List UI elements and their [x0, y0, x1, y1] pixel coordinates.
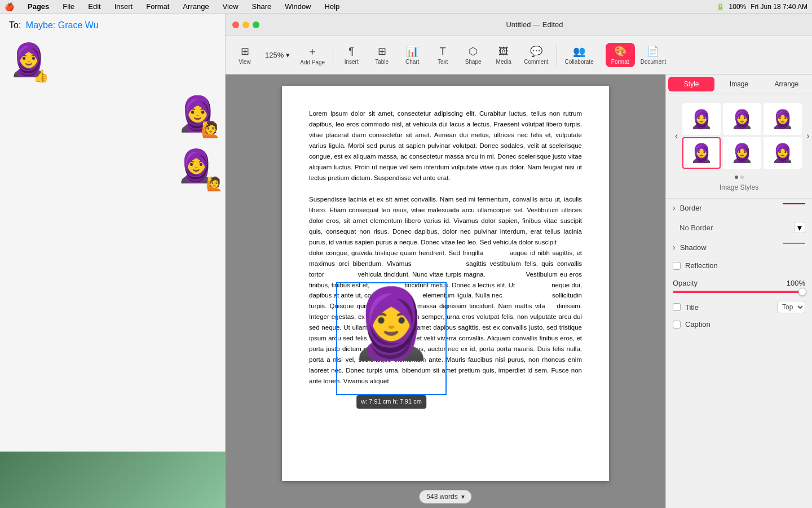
border-row: › Border — [666, 199, 812, 217]
tab-arrange[interactable]: Arrange — [764, 77, 810, 91]
caption-label: Caption — [685, 320, 805, 329]
tab-style[interactable]: Style — [668, 77, 714, 91]
battery-percent: 100% — [729, 3, 747, 11]
menu-format[interactable]: Format — [144, 2, 171, 11]
style-emoji-2: 🧕 — [731, 108, 753, 130]
menubar-right: 🔋 100% Fri Jun 18 7:40 AM — [716, 3, 807, 11]
shape-icon: ⬡ — [469, 45, 478, 58]
style-emoji-5: 🧕 — [731, 142, 753, 164]
format-button[interactable]: 🎨 Format — [606, 43, 635, 67]
list-item[interactable]: 🧕 🙋 — [5, 146, 220, 194]
style-thumb-6[interactable]: 🧕 — [764, 137, 802, 169]
view-icon: ⊞ — [241, 45, 249, 58]
opacity-row: Opacity 100% — [666, 274, 812, 297]
styles-next-icon[interactable]: › — [806, 131, 809, 141]
content-area: Lorem ipsum dolor sit amet, consectetur … — [226, 75, 812, 508]
shadow-row: › Shadow — [666, 238, 812, 257]
caption-checkbox[interactable] — [673, 321, 681, 329]
document-button[interactable]: 📄 Document — [636, 43, 671, 67]
to-label: To: — [9, 20, 21, 30]
reflection-label: Reflection — [685, 261, 718, 270]
list-item[interactable]: 🧕 🙋 — [5, 93, 220, 141]
opacity-slider-container — [673, 291, 805, 293]
dropdown-icon: ▾ — [797, 222, 802, 233]
toolbar-separator — [333, 44, 333, 67]
menu-edit[interactable]: Edit — [86, 2, 103, 11]
wave-emoji: 🙋 — [201, 120, 220, 139]
zoom-control[interactable]: 125% ▾ — [261, 49, 294, 62]
text-label: Text — [438, 59, 448, 65]
border-chevron-icon: › — [673, 203, 676, 212]
chart-icon: 📊 — [406, 45, 418, 58]
close-button[interactable] — [232, 21, 239, 28]
tab-image[interactable]: Image — [716, 77, 762, 91]
document-emoji: 🧕 — [337, 289, 445, 357]
reflection-checkbox[interactable] — [673, 262, 681, 270]
menu-file[interactable]: File — [60, 2, 77, 11]
word-count-chevron-icon: ▾ — [461, 493, 465, 501]
pages-window: Untitled — Edited ⊞ View 125% ▾ ＋ Add Pa… — [226, 14, 812, 508]
comment-button[interactable]: 💬 Comment — [519, 43, 553, 67]
insert-button[interactable]: ¶ Insert — [337, 43, 366, 67]
panel-tabs: Style Image Arrange — [666, 75, 812, 94]
opacity-track — [673, 291, 805, 293]
menu-help[interactable]: Help — [323, 2, 342, 11]
style-thumb-2[interactable]: 🧕 — [723, 103, 761, 135]
shape-label: Shape — [465, 59, 482, 65]
title-checkbox[interactable] — [673, 303, 681, 311]
image-styles-section: ‹ 🧕 🧕 🧕 🧕 — [666, 94, 812, 199]
document-area[interactable]: Lorem ipsum dolor sit amet, consectetur … — [226, 75, 665, 508]
wave-emoji-2: 🙋 — [206, 176, 223, 192]
word-count-bar[interactable]: 543 words ▾ — [419, 490, 471, 503]
battery-icon: 🔋 — [716, 3, 725, 11]
view-button[interactable]: ⊞ View — [230, 43, 259, 67]
table-button[interactable]: ⊞ Table — [367, 43, 396, 67]
style-thumb-4[interactable]: 🧕 — [682, 137, 721, 169]
desktop-wallpaper — [0, 452, 226, 508]
menubar: 🍎 Pages File Edit Insert Format Arrange … — [0, 0, 812, 14]
style-thumb-1[interactable]: 🧕 — [682, 103, 721, 135]
media-label: Media — [496, 59, 511, 65]
fullscreen-button[interactable] — [253, 21, 259, 28]
apple-menu[interactable]: 🍎 — [5, 2, 14, 11]
menu-insert[interactable]: Insert — [112, 2, 135, 11]
style-thumb-5[interactable]: 🧕 — [723, 137, 761, 169]
format-label: Format — [611, 59, 629, 65]
add-page-button[interactable]: ＋ Add Page — [295, 42, 329, 68]
style-dots — [670, 173, 807, 181]
image-styles-nav: ‹ 🧕 🧕 🧕 🧕 — [670, 99, 807, 173]
style-thumb-3[interactable]: 🧕 — [764, 103, 802, 135]
insert-label: Insert — [345, 59, 359, 65]
image-overlay[interactable]: 🧕 w: 7.91 cm h: 7.91 cm — [336, 282, 447, 395]
menu-window[interactable]: Window — [283, 2, 313, 11]
thumbs-up-emoji: 👍 — [33, 69, 48, 84]
collaborate-button[interactable]: 👥 Collaborate — [561, 43, 598, 67]
menu-share[interactable]: Share — [250, 2, 274, 11]
border-dropdown[interactable]: ▾ — [794, 222, 805, 233]
title-position-select[interactable]: Top — [777, 301, 805, 313]
list-item[interactable]: 🧕 👍 — [5, 40, 220, 88]
minimize-button[interactable] — [242, 21, 249, 28]
style-dot-1 — [735, 176, 738, 179]
title-label: Title — [685, 303, 773, 312]
chart-button[interactable]: 📊 Chart — [398, 43, 427, 67]
style-emoji-6: 🧕 — [771, 142, 794, 164]
menu-view[interactable]: View — [220, 2, 241, 11]
image-styles-grid: 🧕 🧕 🧕 🧕 🧕 — [678, 101, 806, 171]
document-page: Lorem ipsum dolor sit amet, consectetur … — [282, 86, 609, 481]
view-label: View — [239, 59, 251, 65]
shape-button[interactable]: ⬡ Shape — [458, 43, 488, 67]
traffic-lights — [232, 21, 259, 28]
menu-arrange[interactable]: Arrange — [180, 2, 211, 11]
border-value-row: No Border ▾ — [666, 217, 812, 238]
collaborate-icon: 👥 — [573, 45, 585, 58]
text-button[interactable]: T Text — [428, 43, 457, 67]
opacity-thumb[interactable] — [798, 288, 806, 296]
document-icon: 📄 — [647, 45, 659, 58]
window-titlebar: Untitled — Edited — [226, 14, 812, 36]
toolbar-separator-3 — [602, 44, 602, 67]
media-button[interactable]: 🖼 Media — [489, 43, 518, 67]
menu-pages[interactable]: Pages — [25, 2, 51, 11]
title-row: Title Top — [666, 297, 812, 317]
avatar: 🧕 🙋 — [176, 150, 216, 190]
